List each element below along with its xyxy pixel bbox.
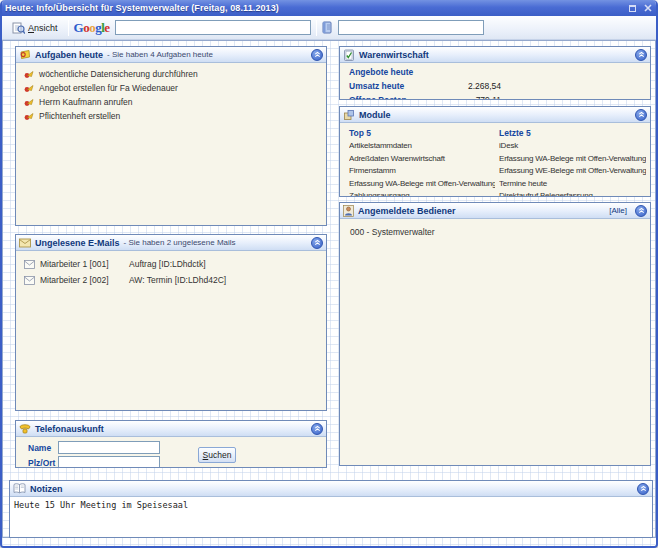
aufgaben-header: Aufgaben heute - Sie haben 4 Aufgaben he… — [16, 47, 326, 63]
panel-subtitle: - Sie haben 4 Aufgaben heute — [107, 50, 213, 59]
chevron-up-icon — [314, 51, 321, 58]
warenwirtschaft-row[interactable]: Umsatz heute 2.268,54 — [340, 79, 650, 93]
collapse-button[interactable] — [637, 483, 649, 495]
mail-icon — [19, 238, 31, 248]
plz-ort-label: Plz/Ort — [16, 458, 58, 468]
panel-title: Notizen — [30, 484, 63, 494]
module-item[interactable]: Erfassung WE-Belege mit Offen-Verwaltung — [499, 165, 646, 178]
user-icon — [343, 205, 354, 217]
tasks-icon — [19, 49, 31, 61]
module-item[interactable]: Zahlungsausgang — [349, 190, 495, 196]
chevron-up-icon — [314, 425, 321, 432]
dashboard-area: Aufgaben heute - Sie haben 4 Aufgaben he… — [2, 40, 656, 546]
panel-notizen: Notizen Heute 15 Uhr Meeting im Speisesa… — [9, 480, 653, 538]
chevron-up-icon — [638, 207, 645, 214]
chevron-up-icon — [314, 239, 321, 246]
envelope-icon — [24, 260, 35, 269]
bediener-item: 000 - Systemverwalter — [340, 219, 650, 237]
bediener-header: Angemeldete Bediener [Alle] — [340, 203, 650, 219]
panel-warenwirtschaft: Warenwirtschaft Angebote heute Umsatz he… — [339, 46, 651, 100]
task-item[interactable]: wöchentliche Datensicherung durchführen — [16, 67, 326, 81]
collapse-button[interactable] — [311, 237, 323, 249]
plz-ort-input[interactable] — [58, 456, 160, 467]
ww-row-value: 779,11 — [435, 95, 501, 99]
ansicht-label: Ansicht — [28, 23, 58, 33]
module-item[interactable]: Erfassung WA-Belege mit Offen-Verwaltung — [499, 153, 646, 166]
google-logo: Google — [74, 21, 110, 34]
chevron-up-icon — [638, 111, 645, 118]
toolbar-separator — [68, 20, 69, 36]
letzte5-header: Letzte 5 — [499, 127, 646, 140]
module-item[interactable]: Termine heute — [499, 178, 646, 191]
emails-header: Ungelesene E-Mails - Sie haben 2 ungeles… — [16, 235, 326, 251]
notebook-icon — [13, 483, 26, 494]
panel-ungelesene-emails: Ungelesene E-Mails - Sie haben 2 ungeles… — [15, 234, 327, 411]
ww-row-label: Umsatz heute — [349, 81, 435, 91]
alle-link[interactable]: [Alle] — [609, 206, 627, 215]
task-icon — [24, 111, 34, 121]
collapse-button[interactable] — [635, 109, 647, 121]
suchen-button[interactable]: Suchen — [198, 447, 236, 463]
window-title: Heute: Info/Übersicht für Systemverwalte… — [5, 3, 623, 13]
panel-title: Warenwirtschaft — [359, 50, 429, 60]
task-item[interactable]: Angebot erstellen für Fa Wiedenauer — [16, 81, 326, 95]
clipboard-check-icon — [343, 49, 355, 61]
name-input[interactable] — [58, 441, 160, 454]
task-item[interactable]: Pflichtenheft erstellen — [16, 109, 326, 123]
panel-subtitle: - Sie haben 2 ungelesene Mails — [124, 238, 236, 247]
telephone-icon — [19, 423, 31, 434]
notizen-header: Notizen — [10, 481, 652, 497]
panel-angemeldete-bediener: Angemeldete Bediener [Alle] 000 - System… — [339, 202, 651, 466]
phonebook-icon — [322, 21, 333, 34]
view-page-icon — [12, 21, 25, 34]
email-sender: Mitarbeiter 1 [001] — [40, 259, 124, 269]
panel-module: Module Top 5 Letzte 5 Artikelstammdaten … — [339, 106, 651, 197]
close-window-button[interactable] — [642, 3, 653, 14]
name-label: Name — [16, 443, 58, 453]
panel-title: Telefonauskunft — [35, 424, 104, 434]
module-item[interactable]: iDesk — [499, 140, 646, 153]
ww-row-label: Offene Posten — [349, 95, 435, 99]
panel-aufgaben-heute: Aufgaben heute - Sie haben 4 Aufgaben he… — [15, 46, 327, 226]
task-icon — [24, 83, 34, 93]
warenwirtschaft-header: Warenwirtschaft — [340, 47, 650, 63]
module-item[interactable]: Firmenstamm — [349, 165, 495, 178]
module-header: Module — [340, 107, 650, 123]
google-search-input[interactable] — [115, 20, 311, 35]
module-item[interactable]: Artikelstammdaten — [349, 140, 495, 153]
email-subject: Auftrag [ID:LDhdctk] — [129, 259, 206, 269]
phone-lookup-input[interactable] — [338, 20, 484, 35]
chevron-up-icon — [638, 51, 645, 58]
toolbar-separator — [316, 20, 317, 36]
panel-title: Module — [359, 110, 391, 120]
app-window: Heute: Info/Übersicht für Systemverwalte… — [0, 0, 658, 548]
package-icon — [343, 109, 355, 121]
email-item[interactable]: Mitarbeiter 2 [002] AW: Termin [ID:LDhd4… — [16, 272, 326, 288]
collapse-button[interactable] — [311, 423, 323, 435]
module-item[interactable]: Erfassung WA-Belege mit Offen-Verwaltung — [349, 178, 495, 191]
toolbar: Ansicht Google — [2, 16, 656, 40]
chevron-up-icon — [640, 485, 647, 492]
collapse-button[interactable] — [635, 49, 647, 61]
notes-textarea[interactable]: Heute 15 Uhr Meeting im Speisesaal — [10, 497, 652, 537]
warenwirtschaft-row[interactable]: Offene Posten 779,11 — [340, 93, 650, 99]
dashboard-frame: Aufgaben heute - Sie haben 4 Aufgaben he… — [2, 40, 656, 538]
task-item[interactable]: Herrn Kaufmann anrufen — [16, 95, 326, 109]
collapse-button[interactable] — [635, 205, 647, 217]
collapse-button[interactable] — [311, 49, 323, 61]
module-item[interactable]: Direktaufruf Belegerfassung — [499, 190, 646, 196]
envelope-icon — [24, 276, 35, 285]
task-icon — [24, 97, 34, 107]
title-bar: Heute: Info/Übersicht für Systemverwalte… — [0, 0, 658, 16]
telefon-header: Telefonauskunft — [16, 421, 326, 437]
module-item[interactable]: Adreßdaten Warenwirtschaft — [349, 153, 495, 166]
warenwirtschaft-row[interactable]: Angebote heute — [340, 65, 650, 79]
close-icon — [644, 4, 652, 12]
email-item[interactable]: Mitarbeiter 1 [001] Auftrag [ID:LDhdctk] — [16, 256, 326, 272]
email-sender: Mitarbeiter 2 [002] — [40, 275, 124, 285]
panel-title: Ungelesene E-Mails — [35, 238, 120, 248]
email-subject: AW: Termin [ID:LDhd42C] — [129, 275, 226, 285]
panel-telefonauskunft: Telefonauskunft Name Plz/Ort Suchen — [15, 420, 327, 468]
ansicht-button[interactable]: Ansicht — [7, 18, 63, 37]
restore-window-button[interactable] — [627, 3, 638, 14]
